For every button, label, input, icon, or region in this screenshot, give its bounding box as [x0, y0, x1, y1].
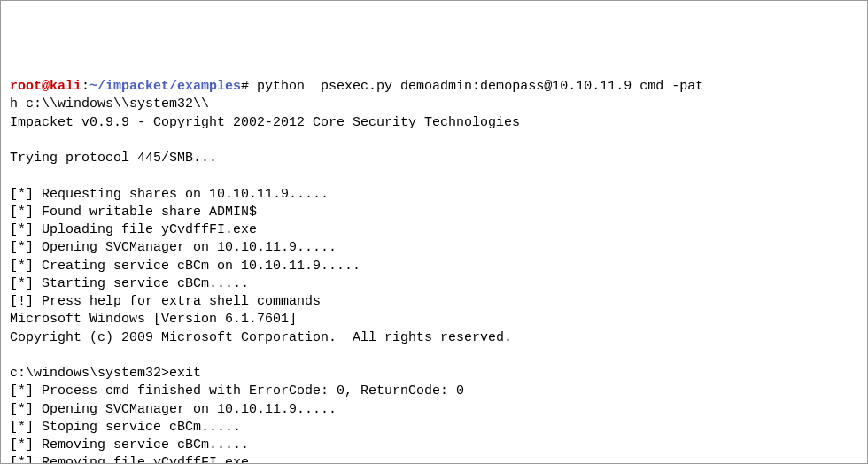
output-line: [*] Creating service cBCm on 10.10.11.9.… — [10, 259, 360, 274]
prompt-sep: : — [81, 79, 89, 94]
output-line: [*] Starting service cBCm..... — [10, 276, 249, 291]
output-line: [*] Found writable share ADMIN$ — [10, 205, 257, 220]
prompt-hash: # — [241, 79, 249, 94]
command-text: python psexec.py demoadmin:demopass@10.1… — [249, 79, 703, 94]
output-line: [*] Removing service cBCm..... — [10, 437, 249, 452]
output-line: [*] Opening SVCManager on 10.10.11.9....… — [10, 240, 337, 255]
output-line: [*] Removing file yCvdffFI.exe..... — [10, 455, 289, 464]
output-line: [*] Process cmd finished with ErrorCode:… — [10, 383, 464, 398]
output-line: [*] Opening SVCManager on 10.10.11.9....… — [10, 402, 337, 417]
output-line: Microsoft Windows [Version 6.1.7601] — [10, 312, 297, 327]
output-line: Trying protocol 445/SMB... — [10, 151, 217, 166]
output-line: Impacket v0.9.9 - Copyright 2002-2012 Co… — [10, 115, 520, 130]
output-line: [*] Uploading file yCvdffFI.exe — [10, 222, 257, 237]
output-line: [!] Press help for extra shell commands — [10, 294, 321, 309]
output-line: [*] Stoping service cBCm..... — [10, 420, 241, 435]
output-line: c:\windows\system32>exit — [10, 366, 201, 381]
prompt-user: root@kali — [10, 79, 81, 94]
prompt-path: ~/impacket/examples — [89, 79, 241, 94]
output-line: [*] Requesting shares on 10.10.11.9..... — [10, 187, 329, 202]
terminal-output[interactable]: root@kali:~/impacket/examples# python ps… — [10, 78, 858, 464]
output-line: Copyright (c) 2009 Microsoft Corporation… — [10, 330, 512, 345]
command-continuation: h c:\\windows\\system32\\ — [10, 97, 209, 112]
